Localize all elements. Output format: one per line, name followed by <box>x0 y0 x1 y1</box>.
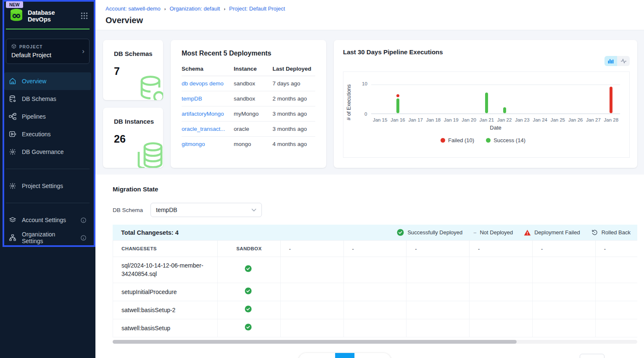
db-schema-selector-row: DB Schema tempDB <box>113 203 637 217</box>
column-header-empty: - <box>343 241 406 257</box>
new-badge: NEW <box>6 1 23 8</box>
sidebar-item-project-settings[interactable]: Project Settings <box>4 177 91 195</box>
info-icon[interactable] <box>80 235 87 241</box>
x-tick: Jan 27 <box>584 117 602 122</box>
chevron-down-icon <box>251 208 256 212</box>
current-page-button[interactable]: 1 <box>335 353 354 358</box>
x-tick: Jan 20 <box>460 117 478 122</box>
legend-success: Success (14) <box>486 137 525 143</box>
apps-grid-icon[interactable] <box>81 12 88 19</box>
brand-divider <box>6 29 90 29</box>
bar-chart-toggle-icon[interactable] <box>604 56 617 66</box>
check-circle-icon <box>245 305 252 313</box>
legend-label: Success (14) <box>494 137 525 143</box>
deployed-cell: 2 months ago <box>272 91 315 106</box>
breadcrumb-organization[interactable]: Organization: default <box>169 5 220 12</box>
schema-link[interactable]: artifactoryMongo <box>182 111 224 117</box>
sandbox-status-cell <box>217 301 280 319</box>
sidebar-item-overview[interactable]: Overview <box>4 72 91 90</box>
deployed-cell: 3 months ago <box>272 122 315 137</box>
state-legend: Successfully Deployed – Not Deployed Dep… <box>397 229 631 236</box>
migration-title: Migration State <box>113 186 637 193</box>
bar-success <box>503 107 506 113</box>
db-schemas-card[interactable]: DB Schemas 7 <box>103 40 163 100</box>
chevron-right-icon: › <box>82 47 84 56</box>
sidebar-nav: Overview DB Schemas Pipelines Execut <box>0 72 95 247</box>
bar-success <box>485 93 488 113</box>
x-tick: Jan 22 <box>496 117 513 122</box>
sidebar-item-organization-settings[interactable]: Organization Settings <box>4 229 91 247</box>
pipelines-icon <box>9 113 16 120</box>
rollback-icon <box>591 229 598 236</box>
sandbox-status-cell <box>217 257 280 283</box>
bar-column-jan-26 <box>567 85 584 114</box>
sidebar-item-pipelines[interactable]: Pipelines <box>4 108 91 125</box>
changeset-row: satwell:basisSetup-2 <box>113 301 638 319</box>
db-schema-label: DB Schema <box>113 207 143 213</box>
db-schema-select[interactable]: tempDB <box>150 203 262 217</box>
bar-failed <box>610 87 612 113</box>
x-tick: Jan 28 <box>602 117 620 122</box>
instance-cell: myMongo <box>234 106 272 122</box>
success-dot-icon <box>486 138 491 143</box>
bar-column-jan-24 <box>531 85 549 114</box>
changesets-table: CHANGESETS SANDBOX - - - - - - <box>113 240 637 337</box>
prev-page-button[interactable]: ← Prev <box>298 353 335 358</box>
sidebar-item-executions[interactable]: Executions <box>4 125 91 143</box>
legend-rolled-back: Rolled Back <box>591 229 631 236</box>
bar-column-jan-19 <box>442 85 460 114</box>
bar-column-jan-15 <box>371 85 389 114</box>
sidebar-item-db-governance[interactable]: DB Governance <box>4 143 91 161</box>
db-instances-card[interactable]: DB Instances 26 <box>103 108 163 168</box>
database-devops-logo-icon <box>9 8 24 23</box>
x-tick: Jan 16 <box>389 117 406 122</box>
chart-plot-frame: # of Executions 10 0 Jan 15Jan 16Jan 17J… <box>343 72 630 158</box>
sidebar-item-label: Overview <box>22 78 46 85</box>
play-square-icon <box>9 130 16 138</box>
deployment-row: artifactoryMongo myMongo 3 months ago <box>182 106 315 122</box>
project-name: Default Project <box>11 52 84 58</box>
legend-deployment-failed: Deployment Failed <box>524 229 580 236</box>
next-page-button[interactable]: Next → <box>354 353 391 358</box>
bar-failed <box>396 94 399 97</box>
sidebar-item-account-settings[interactable]: Account Settings <box>4 211 91 229</box>
schema-link[interactable]: tempDB <box>182 95 202 102</box>
bar-column-jan-18 <box>425 85 442 114</box>
schema-link[interactable]: oracle_transact... <box>182 126 225 132</box>
schema-link[interactable]: gitmongo <box>182 141 205 147</box>
bars-container <box>371 85 620 114</box>
info-icon[interactable] <box>80 217 87 223</box>
deployed-cell: 3 months ago <box>272 106 315 122</box>
changeset-name: sql/2024-10-14-12-06-member-34240854.sql <box>113 257 218 283</box>
line-chart-toggle-icon[interactable] <box>617 56 630 66</box>
x-tick: Jan 26 <box>567 117 584 122</box>
page-size-select[interactable]: 10 <box>580 354 604 358</box>
deployment-row: tempDB sandbox 2 months ago <box>182 91 315 106</box>
bar-column-jan-16 <box>389 85 406 114</box>
breadcrumb-project[interactable]: Project: Default Project <box>229 5 285 12</box>
breadcrumb-account[interactable]: Account: satwell-demo <box>106 5 161 12</box>
total-changesets-label: Total Changesets: 4 <box>121 229 179 236</box>
column-header-empty: - <box>533 241 596 257</box>
x-tick: Jan 21 <box>478 117 496 122</box>
migration-state-section: Migration State DB Schema tempDB Total C… <box>95 175 644 358</box>
deployments-table: Schema Instance Last Deployed db devops … <box>182 61 315 151</box>
pipeline-executions-card: Last 30 Days Pipeline Executions <box>334 40 637 168</box>
sandbox-status-cell <box>217 283 280 301</box>
project-selector[interactable]: PROJECT Default Project › <box>6 39 90 64</box>
bar-column-jan-28 <box>602 85 620 114</box>
page-size-control: Show 10 per page <box>560 354 633 358</box>
schema-link[interactable]: db devops demo <box>182 80 224 87</box>
sidebar-item-db-schemas[interactable]: DB Schemas <box>4 90 91 108</box>
nav-divider <box>6 169 90 169</box>
horizontal-scrollbar-track[interactable] <box>113 340 637 344</box>
x-tick: Jan 18 <box>425 117 442 122</box>
changeset-name: satwell:basisSetup-2 <box>113 301 218 319</box>
chart-type-toggle <box>604 56 630 66</box>
y-tick-0: 0 <box>364 111 367 117</box>
nav-divider <box>6 203 90 203</box>
failed-dot-icon <box>441 138 445 143</box>
gear-icon <box>9 182 16 190</box>
x-tick: Jan 17 <box>407 117 425 122</box>
horizontal-scrollbar-thumb[interactable] <box>113 340 517 344</box>
